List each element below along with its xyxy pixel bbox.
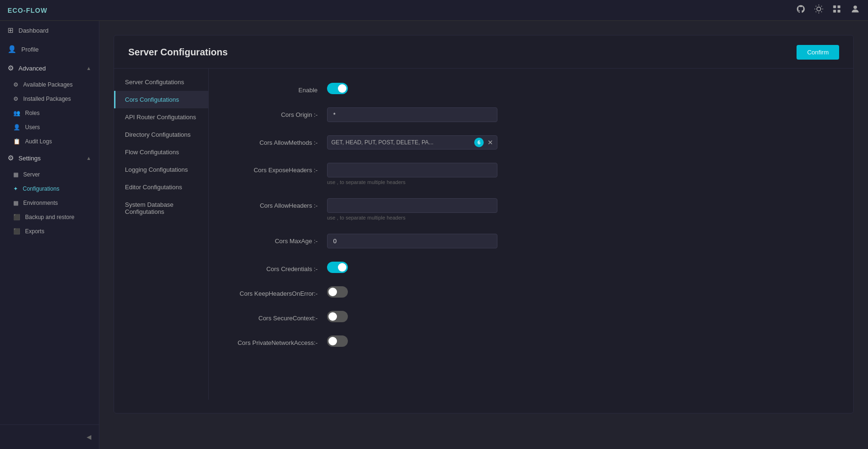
sun-icon[interactable] bbox=[814, 4, 824, 16]
chevron-up-icon: ▲ bbox=[86, 65, 91, 71]
panel-title: Server Configurations bbox=[128, 47, 228, 58]
panel-header: Server Configurations Confirm bbox=[114, 35, 853, 69]
exports-label: Exports bbox=[25, 228, 44, 235]
cors-allow-methods-wrap: GET, HEAD, PUT, POST, DELETE, PA... 6 ✕ bbox=[327, 135, 497, 150]
form-row-cors-origin: Cors Origin :- bbox=[232, 107, 830, 122]
installed-packages-label: Installed Packages bbox=[23, 96, 71, 102]
profile-icon: 👤 bbox=[8, 45, 17, 53]
cors-max-age-wrap bbox=[327, 234, 497, 248]
form-row-cors-allow-methods: Cors AllowMethods :- GET, HEAD, PUT, POS… bbox=[232, 135, 830, 150]
form-row-cors-expose-headers: Cors ExposeHeaders :- use , to separate … bbox=[232, 163, 830, 185]
form-row-cors-allow-headers: Cors AllowHeaders :- use , to separate m… bbox=[232, 198, 830, 220]
sidebar-bottom: ◀ bbox=[0, 424, 99, 449]
svg-line-4 bbox=[821, 11, 822, 12]
svg-rect-9 bbox=[833, 6, 836, 9]
cors-allow-headers-input[interactable] bbox=[327, 198, 497, 213]
confirm-button[interactable]: Confirm bbox=[797, 45, 839, 60]
form-row-cors-keep-headers: Cors KeepHeadersOnError:- bbox=[232, 286, 830, 298]
backup-icon: ⬛ bbox=[13, 214, 20, 220]
sidebar-item-available-packages[interactable]: ⚙ Available Packages bbox=[6, 78, 99, 92]
sidebar: ⊞ Dashboard 👤 Profile ⚙ Advanced ▲ ⚙ Ava… bbox=[0, 21, 99, 449]
settings-icon: ⚙ bbox=[8, 154, 14, 162]
cors-origin-input[interactable] bbox=[327, 107, 497, 122]
cors-private-network-label: Cors PrivateNetworkAccess:- bbox=[232, 335, 327, 346]
sidebar-item-backup-restore[interactable]: ⬛ Backup and restore bbox=[6, 210, 99, 224]
cors-credentials-toggle[interactable] bbox=[327, 262, 348, 273]
sidebar-item-dashboard[interactable]: ⊞ Dashboard bbox=[0, 21, 99, 40]
users-icon: 👤 bbox=[13, 124, 20, 131]
configurations-label: Configurations bbox=[23, 185, 59, 192]
config-nav-directory[interactable]: Directory Configutations bbox=[114, 126, 208, 143]
panel-body: Server Configutations Cors Configutation… bbox=[114, 69, 853, 400]
cors-keep-headers-label: Cors KeepHeadersOnError:- bbox=[232, 286, 327, 297]
backup-restore-label: Backup and restore bbox=[25, 214, 74, 220]
cors-origin-label: Cors Origin :- bbox=[232, 107, 327, 118]
cors-allow-methods-close[interactable]: ✕ bbox=[487, 139, 493, 146]
svg-line-7 bbox=[816, 11, 816, 12]
sidebar-section-advanced[interactable]: ⚙ Advanced ▲ bbox=[0, 59, 99, 78]
svg-point-13 bbox=[853, 6, 857, 9]
sidebar-section-settings[interactable]: ⚙ Settings ▲ bbox=[0, 149, 99, 167]
cors-private-network-toggle[interactable] bbox=[327, 335, 348, 347]
sidebar-item-environments[interactable]: ▦ Environments bbox=[6, 196, 99, 210]
form-row-enable: Enable bbox=[232, 83, 830, 94]
config-nav-system-database[interactable]: System Database Configutations bbox=[114, 196, 208, 220]
sidebar-item-exports[interactable]: ⬛ Exports bbox=[6, 224, 99, 238]
form-row-cors-private-network: Cors PrivateNetworkAccess:- bbox=[232, 335, 830, 347]
sidebar-item-configurations[interactable]: ✦ Configurations bbox=[6, 182, 99, 196]
sidebar-item-users[interactable]: 👤 Users bbox=[6, 120, 99, 134]
available-packages-label: Available Packages bbox=[23, 81, 73, 88]
svg-point-0 bbox=[817, 7, 821, 11]
cors-expose-headers-label: Cors ExposeHeaders :- bbox=[232, 163, 327, 174]
configurations-icon: ✦ bbox=[13, 185, 18, 192]
cors-expose-headers-input[interactable] bbox=[327, 163, 497, 177]
form-row-cors-credentials: Cors Credentials :- bbox=[232, 262, 830, 273]
environments-icon: ▦ bbox=[13, 200, 18, 206]
cors-private-network-wrap bbox=[327, 335, 497, 347]
panel: Server Configurations Confirm Server Con… bbox=[114, 35, 854, 414]
sidebar-item-roles[interactable]: 👥 Roles bbox=[6, 106, 99, 120]
environments-label: Environments bbox=[23, 200, 58, 206]
sidebar-collapse-button[interactable]: ◀ bbox=[0, 430, 99, 444]
dashboard-icon: ⊞ bbox=[8, 26, 14, 35]
config-nav-flow[interactable]: Flow Configutations bbox=[114, 143, 208, 161]
sidebar-item-audit-logs[interactable]: 📋 Audit Logs bbox=[6, 134, 99, 149]
grid-icon[interactable] bbox=[832, 4, 841, 16]
server-label: Server bbox=[23, 171, 40, 178]
cors-allow-methods-tags[interactable]: GET, HEAD, PUT, POST, DELETE, PA... 6 ✕ bbox=[327, 135, 497, 150]
form-row-cors-max-age: Cors MaxAge :- bbox=[232, 234, 830, 248]
svg-rect-12 bbox=[838, 10, 841, 13]
content-area: Server Configurations Confirm Server Con… bbox=[99, 21, 868, 449]
user-icon[interactable] bbox=[850, 4, 860, 17]
exports-icon: ⬛ bbox=[13, 228, 20, 235]
cors-keep-headers-toggle[interactable] bbox=[327, 286, 348, 298]
config-nav-logging[interactable]: Logging Configutations bbox=[114, 161, 208, 178]
sidebar-item-installed-packages[interactable]: ⚙ Installed Packages bbox=[6, 92, 99, 106]
config-nav-editor[interactable]: Editor Configutations bbox=[114, 178, 208, 196]
app-logo: ECO-FLOW bbox=[8, 7, 47, 14]
github-icon[interactable] bbox=[796, 4, 806, 16]
enable-toggle[interactable] bbox=[327, 83, 348, 94]
svg-rect-10 bbox=[838, 6, 841, 9]
sidebar-item-server[interactable]: ▦ Server bbox=[6, 167, 99, 182]
config-nav-api-router[interactable]: API Router Configutations bbox=[114, 108, 208, 126]
cors-allow-headers-label: Cors AllowHeaders :- bbox=[232, 198, 327, 209]
cors-allow-methods-label: Cors AllowMethods :- bbox=[232, 135, 327, 146]
cors-secure-context-toggle[interactable] bbox=[327, 311, 348, 322]
svg-line-8 bbox=[821, 6, 822, 7]
cors-origin-wrap bbox=[327, 107, 497, 122]
cors-allow-methods-badge: 6 bbox=[474, 138, 484, 147]
sidebar-profile-label: Profile bbox=[21, 46, 39, 53]
cors-secure-context-wrap bbox=[327, 311, 497, 322]
cors-keep-headers-wrap bbox=[327, 286, 497, 298]
cors-allow-methods-value: GET, HEAD, PUT, POST, DELETE, PA... bbox=[331, 139, 472, 146]
svg-rect-11 bbox=[833, 10, 836, 13]
config-nav-cors-configurations[interactable]: Cors Configutations bbox=[114, 91, 208, 108]
roles-label: Roles bbox=[25, 110, 40, 116]
cors-secure-context-label: Cors SecureContext:- bbox=[232, 311, 327, 322]
cors-allow-headers-wrap: use , to separate multiple headers bbox=[327, 198, 497, 220]
config-nav-server-configurations[interactable]: Server Configutations bbox=[114, 73, 208, 91]
cors-max-age-input[interactable] bbox=[327, 234, 497, 248]
sidebar-item-profile[interactable]: 👤 Profile bbox=[0, 40, 99, 59]
advanced-icon: ⚙ bbox=[8, 64, 14, 72]
